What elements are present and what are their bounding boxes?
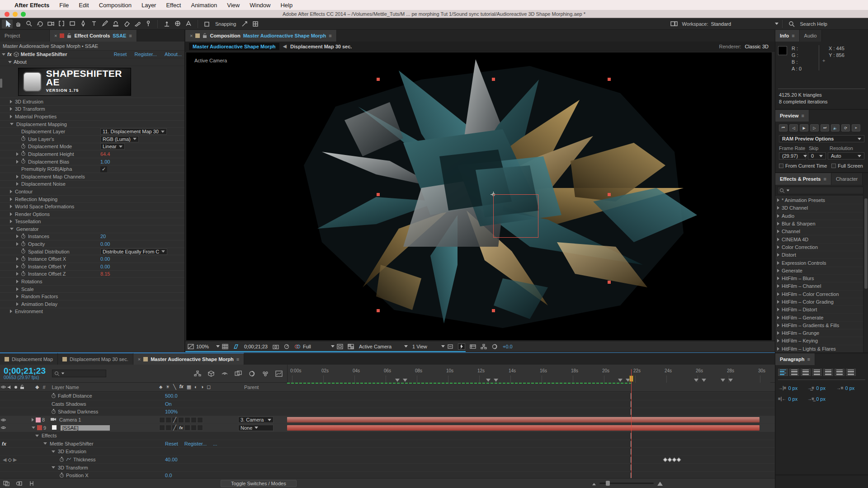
close-window-button[interactable]: [5, 12, 9, 17]
preset-category-hitfilm-generate[interactable]: HitFilm – Generate: [775, 313, 863, 321]
draft-3d-icon[interactable]: [208, 371, 215, 377]
effect-property-displacement-map-channels[interactable]: Displacement Map Channels: [0, 173, 184, 180]
stopwatch-icon[interactable]: [21, 249, 25, 253]
collapsed-arrow-icon[interactable]: [777, 198, 779, 202]
collapsed-arrow-icon[interactable]: [777, 230, 779, 233]
comp-marker[interactable]: [395, 379, 400, 382]
collapsed-arrow-icon[interactable]: [16, 160, 19, 164]
channel-icon[interactable]: [294, 344, 301, 349]
layer-name[interactable]: Camera 1: [59, 417, 81, 422]
stopwatch-icon[interactable]: [21, 242, 25, 246]
presets-scrollbar[interactable]: [863, 185, 868, 352]
collapsed-arrow-icon[interactable]: [16, 242, 19, 246]
preset-category-hitfilm-gradients-fills[interactable]: HitFilm – Gradients & Fills: [775, 321, 863, 329]
stopwatch-icon[interactable]: [21, 145, 25, 149]
world-axis-tool[interactable]: [172, 19, 183, 28]
property-label[interactable]: Falloff Distance: [58, 393, 92, 399]
close-tab-icon[interactable]: ×: [138, 357, 141, 362]
preset-category-3d-channel[interactable]: 3D Channel: [775, 204, 863, 211]
collapsed-arrow-icon[interactable]: [16, 235, 19, 238]
menu-item-help[interactable]: Help: [280, 2, 292, 9]
timeline-tab-master-audioreactive-shape-morph[interactable]: ×Master Audioreactive Shape Morph≡: [133, 353, 244, 365]
comp-marker[interactable]: [618, 379, 623, 382]
frame-blending-icon[interactable]: [235, 371, 242, 377]
tab-effects-presets[interactable]: Effects & Presets≡: [775, 173, 831, 185]
first-line-indent-field[interactable]: →≡0 px: [836, 385, 865, 391]
expanded-arrow-icon[interactable]: [52, 466, 55, 469]
stopwatch-icon[interactable]: [52, 394, 56, 398]
effect-property-instance-offset-z[interactable]: Instance Offset Z8.15: [0, 270, 184, 278]
collapsed-arrow-icon[interactable]: [16, 152, 19, 156]
layer-name[interactable]: [SSAE]: [61, 425, 110, 431]
snap-icon[interactable]: [202, 19, 212, 28]
composition-mini-flowchart-icon[interactable]: [194, 371, 201, 377]
panel-menu-icon[interactable]: ≡: [129, 33, 132, 38]
stopwatch-icon[interactable]: [60, 474, 64, 478]
ram-preview-options-dropdown[interactable]: RAM Preview Options: [779, 135, 864, 142]
about-group-label[interactable]: About: [14, 59, 27, 65]
menu-item-edit[interactable]: Edit: [79, 2, 89, 9]
property-dropdown[interactable]: Distribute Equally From C: [100, 249, 167, 255]
preset-category-blur-sharpen[interactable]: Blur & Sharpen: [775, 220, 863, 227]
parent-column[interactable]: Parent: [244, 385, 259, 390]
view-camera-dropdown[interactable]: Active Camera: [359, 344, 408, 349]
eraser-tool[interactable]: [121, 19, 132, 28]
justify-last-center-button[interactable]: [823, 369, 833, 376]
full-screen-checkbox[interactable]: Full Screen: [831, 163, 863, 169]
comp-breadcrumb-active[interactable]: Master Audioreactive Shape Morph: [189, 43, 279, 50]
collapsed-arrow-icon[interactable]: [777, 277, 779, 280]
viewer-timecode[interactable]: 0;00;21;23: [244, 344, 268, 349]
video-visibility-toggle[interactable]: [0, 418, 6, 422]
collapsed-arrow-icon[interactable]: [16, 265, 19, 268]
collapsed-arrow-icon[interactable]: [777, 245, 779, 249]
collapsed-arrow-icon[interactable]: [777, 331, 779, 335]
menu-item-animation[interactable]: Animation: [191, 2, 217, 9]
comp-flowchart-icon[interactable]: [481, 344, 487, 349]
stopwatch-icon[interactable]: [21, 264, 25, 268]
property-label[interactable]: Shadow Darkness: [58, 409, 98, 414]
effect-property-environment[interactable]: Environment: [0, 308, 184, 315]
timeline-search-input[interactable]: [52, 370, 106, 377]
stopwatch-icon[interactable]: [21, 272, 25, 276]
graph-editor-icon[interactable]: [275, 371, 283, 377]
expanded-arrow-icon[interactable]: [52, 450, 55, 453]
effect-property-instances[interactable]: Instances20: [0, 233, 184, 240]
collapsed-arrow-icon[interactable]: [777, 222, 779, 225]
close-tab-icon[interactable]: ×: [190, 33, 193, 38]
collapsed-arrow-icon[interactable]: [10, 190, 12, 193]
property-dropdown[interactable]: 11. Displacement Map 30: [100, 128, 167, 135]
renderer-value[interactable]: Classic 3D: [745, 44, 769, 49]
stopwatch-icon[interactable]: [21, 152, 25, 156]
effect-expander[interactable]: [2, 53, 5, 56]
expand-transfer-icon[interactable]: [16, 481, 22, 486]
effect-property-instance-offset-y[interactable]: Instance Offset Y0.00: [0, 263, 184, 270]
collapsed-arrow-icon[interactable]: [777, 347, 779, 351]
property-label[interactable]: 3D Transform: [58, 465, 88, 470]
collapsed-arrow-icon[interactable]: [16, 302, 19, 306]
collapsed-arrow-icon[interactable]: [777, 253, 779, 257]
search-help-input[interactable]: Search Help: [800, 21, 827, 27]
workspace-icon[interactable]: [669, 19, 679, 28]
effect-property-tessellation[interactable]: Tessellation: [0, 218, 184, 225]
property-value[interactable]: 0.00: [100, 256, 110, 262]
brainstorm-icon[interactable]: [262, 371, 269, 377]
comp-marker[interactable]: [486, 379, 491, 382]
local-axis-tool[interactable]: [161, 19, 172, 28]
preset-category-hitfilm-distort[interactable]: HitFilm – Distort: [775, 305, 863, 313]
show-snapshot-icon[interactable]: [283, 344, 290, 349]
effect-name[interactable]: Mettle ShapeShifter: [21, 52, 67, 57]
preset-category-hitfilm-color-grading[interactable]: HitFilm – Color Grading: [775, 298, 863, 305]
effect-property-contour[interactable]: Contour: [0, 188, 184, 195]
expand-inout-icon[interactable]: [28, 481, 35, 486]
preset-category-distort[interactable]: Distort: [775, 251, 863, 258]
layer-handle[interactable]: [608, 193, 611, 196]
effects-search-input[interactable]: [777, 187, 866, 194]
fx-badge[interactable]: fx: [7, 52, 12, 57]
collapsed-arrow-icon[interactable]: [10, 115, 12, 118]
property-label[interactable]: Thickness: [73, 457, 96, 462]
view-layout-dropdown[interactable]: 1 View: [412, 344, 445, 349]
stopwatch-icon[interactable]: [21, 137, 25, 141]
expanded-arrow-icon[interactable]: [43, 442, 47, 445]
panel-menu-icon[interactable]: ≡: [807, 357, 810, 362]
effect-property-spatial-distribution[interactable]: Spatial DistributionDistribute Equally F…: [0, 248, 184, 255]
